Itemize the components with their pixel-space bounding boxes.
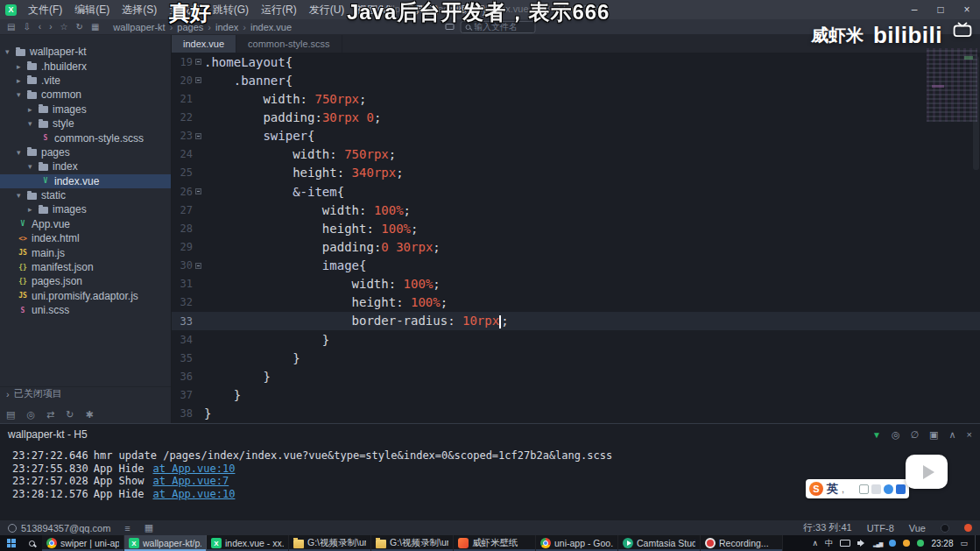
taskbar-item[interactable]: uni-app - Goo... [536, 535, 618, 551]
tray-app-blue-icon[interactable] [889, 540, 896, 547]
tree-item[interactable]: ▾style [0, 117, 171, 131]
closed-projects-section[interactable]: › 已关闭项目 [0, 386, 171, 400]
tree-item[interactable]: Scommon-style.scss [0, 131, 171, 145]
chevron-down-icon[interactable]: ▾ [28, 162, 39, 171]
fold-icon[interactable] [195, 133, 201, 139]
code-line[interactable]: 31 width: 100%; [172, 275, 980, 293]
maximize-button[interactable]: □ [927, 0, 954, 19]
code-line[interactable]: 20 .banner{ [172, 71, 980, 89]
fold-icon[interactable] [195, 59, 201, 65]
tree-item[interactable]: ▸.hbuilderx [0, 59, 171, 73]
breadcrumb-item[interactable]: index.vue [250, 22, 292, 32]
chevron-right-icon[interactable]: ▸ [28, 205, 39, 214]
minimize-button[interactable]: – [901, 0, 927, 19]
tree-item[interactable]: {}manifest.json [0, 260, 171, 274]
code-line[interactable]: 29 padding:0 30rpx; [172, 237, 980, 256]
menu-item[interactable]: 跳转(G) [207, 0, 255, 19]
layout-icon[interactable]: ▦ [91, 22, 99, 32]
menu-item[interactable]: 发行(U) [303, 0, 351, 19]
console-settings-icon[interactable]: ◎ [892, 429, 900, 441]
chevron-right-icon[interactable]: ▸ [17, 76, 27, 85]
code-line[interactable]: 32 height: 100%; [172, 293, 980, 312]
nav-back-icon[interactable]: ‹ [39, 22, 41, 32]
taskbar-item[interactable]: G:\视频录制\uni... [371, 535, 454, 551]
tree-item[interactable]: JSuni.promisify.adaptor.js [0, 289, 171, 303]
clock[interactable]: 23:28 [931, 539, 953, 548]
close-button[interactable]: × [954, 0, 980, 19]
tree-item[interactable]: VApp.vue [0, 217, 171, 231]
tray-expand-icon[interactable]: ∧ [812, 539, 818, 547]
code-line[interactable]: 23 swiper{ [172, 127, 980, 145]
panel-toggle-icon[interactable]: ▦ [145, 522, 153, 533]
tray-app-green-icon[interactable] [917, 540, 924, 547]
chevron-down-icon[interactable]: ▾ [17, 148, 27, 157]
tree-item[interactable]: Vindex.vue [0, 174, 171, 188]
files-view-icon[interactable]: ▤ [6, 409, 15, 420]
ime-toolbox-icon[interactable] [871, 484, 881, 494]
bookmark-icon[interactable]: ☆ [60, 22, 68, 32]
taskbar-item[interactable]: wallpaper-kt/p... [124, 535, 207, 551]
refresh-tree-icon[interactable]: ↻ [66, 409, 74, 420]
log-view-icon[interactable]: ▣ [929, 429, 938, 441]
close-panel-icon[interactable]: × [967, 429, 972, 440]
code-line[interactable]: 26 &-item{ [172, 182, 980, 201]
code-line[interactable]: 36 } [172, 367, 980, 385]
tray-app-orange-icon[interactable] [903, 540, 910, 547]
ime-skin-icon[interactable] [884, 484, 893, 494]
tree-item[interactable]: ▸.vite [0, 74, 171, 88]
code-line[interactable]: 24 width: 750rpx; [172, 145, 980, 164]
show-desktop-button[interactable] [975, 535, 978, 551]
settings-icon[interactable]: ✱ [85, 409, 93, 420]
save-icon[interactable]: ⇩ [23, 22, 30, 32]
taskbar-item[interactable]: 威虾米壁纸 [454, 535, 536, 551]
code-line[interactable]: 21 width: 750rpx; [172, 89, 980, 108]
code-line[interactable]: 34 } [172, 330, 980, 349]
code-line[interactable]: 38} [172, 405, 980, 423]
code-line[interactable]: 19.homeLayout{ [172, 53, 980, 71]
code-line[interactable]: 33 border-radius: 10rpx; [172, 312, 980, 330]
tree-item[interactable]: <>index.html [0, 231, 171, 245]
taskbar-item[interactable]: swiper | uni-ap... [42, 535, 124, 551]
tree-item[interactable]: ▸images [0, 102, 171, 117]
outline-icon[interactable]: ≡ [124, 523, 130, 533]
clear-console-icon[interactable]: ∅ [911, 429, 920, 441]
theme-icon[interactable] [941, 524, 949, 533]
fold-icon[interactable] [195, 263, 201, 269]
menu-item[interactable]: 编辑(E) [68, 0, 116, 19]
ime-mode-label[interactable]: 英 [827, 481, 838, 497]
cursor-position[interactable]: 行:33 列:41 [803, 521, 852, 534]
menu-item[interactable]: 选择(S) [116, 0, 163, 19]
editor-tab[interactable]: index.vue [172, 35, 236, 53]
encoding[interactable]: UTF-8 [867, 523, 894, 533]
network-icon[interactable]: ▂▄▆ [873, 540, 882, 547]
chevron-down-icon[interactable]: ▾ [17, 90, 27, 99]
code-line[interactable]: 22 padding:30rpx 0; [172, 108, 980, 126]
tree-item[interactable]: ▾common [0, 88, 171, 102]
breadcrumb-item[interactable]: wallpaper-kt [113, 22, 165, 32]
new-file-icon[interactable]: ▤ [7, 22, 15, 32]
refresh-icon[interactable]: ↻ [76, 22, 83, 32]
code-line[interactable]: 27 width: 100%; [172, 201, 980, 219]
keyboard-icon[interactable] [840, 540, 850, 547]
editor-tab[interactable]: common-style.scss [236, 35, 342, 53]
run-config-icon[interactable]: ▼ [872, 430, 881, 440]
tree-item[interactable]: {}pages.json [0, 274, 171, 288]
tree-item[interactable]: ▸images [0, 202, 171, 216]
volume-icon[interactable] [857, 539, 866, 547]
code-line[interactable]: 30 image{ [172, 257, 980, 275]
log-source-link[interactable]: at App.vue:10 [153, 488, 236, 500]
language-mode[interactable]: Vue [909, 523, 926, 533]
chevron-down-icon[interactable]: ▾ [28, 119, 39, 128]
action-center-icon[interactable]: ▭ [960, 539, 968, 547]
ime-indicator[interactable]: 中 [825, 538, 833, 549]
tree-item[interactable]: ▾static [0, 188, 171, 202]
tree-item[interactable]: JSmain.js [0, 245, 171, 259]
tree-item[interactable]: Suni.scss [0, 303, 171, 317]
taskbar-item[interactable]: index.vue - xx... [207, 535, 289, 551]
fold-icon[interactable] [195, 188, 201, 194]
code-line[interactable]: 35 } [172, 349, 980, 367]
taskbar-search-button[interactable] [22, 535, 42, 551]
ime-keyboard-icon[interactable] [859, 484, 869, 494]
code-line[interactable]: 37 } [172, 386, 980, 405]
tree-item[interactable]: ▾index [0, 159, 171, 173]
